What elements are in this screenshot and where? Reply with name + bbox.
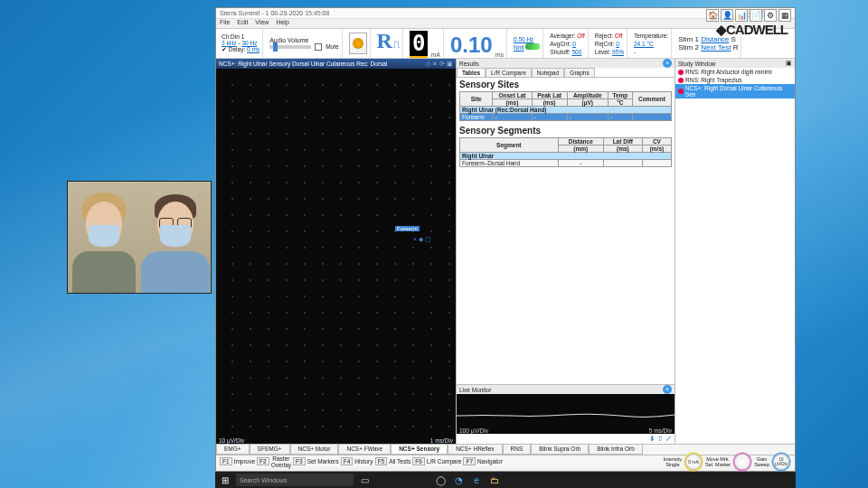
channel-label: Ch:Din 1: [222, 33, 259, 40]
sensory-sites-title: Sensory Sites: [457, 78, 675, 91]
marker-knob[interactable]: [734, 454, 750, 470]
f3-key[interactable]: F3: [293, 457, 306, 465]
sensory-segments-table: Segment Distance Lat Diff CV (mm) (ms) (…: [459, 137, 672, 167]
freq-low-link[interactable]: 3 kHz: [222, 40, 237, 46]
tab-lrcompare[interactable]: L/R Compare: [486, 68, 532, 77]
stim-rate-link[interactable]: 0.50 Hz: [514, 35, 540, 43]
tab-emg[interactable]: EMG+: [216, 445, 250, 455]
nav-expand-icon[interactable]: ⤢: [665, 435, 672, 443]
menu-help[interactable]: Help: [276, 19, 288, 28]
tab-notepad[interactable]: Notepad: [532, 68, 565, 77]
panel-collapse-icon[interactable]: ▣: [786, 60, 792, 67]
app-icon[interactable]: ◔: [451, 474, 466, 486]
marker-label[interactable]: Forearm: [395, 226, 420, 231]
trace-grid[interactable]: [216, 70, 456, 435]
nav-down-icon[interactable]: ⬇: [649, 435, 656, 443]
next-test-link[interactable]: Next Test: [701, 43, 731, 52]
start-button[interactable]: ⊞: [218, 474, 232, 486]
participant: [68, 182, 139, 293]
intensity-knob[interactable]: 0 mA: [685, 454, 702, 470]
brand-logo: ◆CADWELL: [716, 22, 791, 38]
f1-key[interactable]: F1: [220, 457, 232, 465]
status-dot-icon: [678, 89, 684, 94]
gain-knob[interactable]: 10 µV/Div: [773, 454, 789, 470]
study-item[interactable]: RNS: Right Trapezius: [675, 76, 795, 84]
window-title: Sierra Summit - 1 06-28-2020 15:45:08: [220, 10, 329, 16]
table-row[interactable]: Forearm–Dorsal Hand-: [460, 160, 672, 167]
f5-key[interactable]: F5: [375, 457, 388, 465]
function-key-row: F1Improve F2RasterOverlay F3Set Markers …: [216, 455, 795, 467]
study-item[interactable]: RNS: Right Abductor digiti minimi: [675, 68, 795, 76]
template-icon[interactable]: 📄: [750, 9, 762, 22]
f4-key[interactable]: F4: [341, 457, 354, 465]
live-monitor: Live Monitor× 100 µV/Div5 ms/Div ⬇⇧⤢: [457, 384, 675, 444]
app-window: Sierra Summit - 1 06-28-2020 15:45:08 — …: [215, 7, 796, 472]
audio-volume-label: Audio Volume: [269, 37, 338, 43]
user-icon[interactable]: 👤: [721, 9, 733, 22]
live-trace[interactable]: 100 µV/Div5 ms/Div: [457, 394, 675, 434]
tab-blink-infra[interactable]: Blink Infra Orb: [589, 445, 643, 455]
menu-file[interactable]: File: [220, 19, 230, 28]
trace-xscale: 1 ms/Div: [430, 437, 453, 444]
audio-volume-slider[interactable]: [269, 45, 311, 49]
f2-key[interactable]: F2: [257, 457, 269, 465]
f7-key[interactable]: F7: [463, 457, 476, 465]
nav-up-icon[interactable]: ⇧: [657, 435, 664, 443]
test-type-tabs: EMG+ SFEMG+ NCS+ Motor NCS+ FWave NCS+ S…: [216, 444, 795, 455]
participant: [139, 182, 211, 293]
study-item[interactable]: NCS+: Right Dorsal Ulnar Cutaneous Sen: [675, 84, 795, 99]
windows-taskbar: ⊞ Search Windows ▭ ◯ ◔ e 🗀: [215, 472, 796, 488]
menu-edit[interactable]: Edit: [237, 19, 248, 28]
task-view-icon[interactable]: ▭: [357, 474, 372, 486]
results-panel: Results× Tables L/R Compare Notepad Grap…: [456, 59, 675, 444]
side-indicator: R: [377, 29, 392, 53]
sensory-segments-title: Sensory Segments: [457, 124, 675, 137]
toolbar: Ch:Din 1 3 kHz - 30 Hz ✔ Delay: 0 ms Aud…: [216, 28, 795, 59]
status-dot-icon: [678, 70, 684, 75]
trace-title: NCS+: Right Ulnar Sensory Dorsal Ulnar C…: [219, 61, 387, 67]
disk-icon[interactable]: [349, 33, 367, 54]
table-row[interactable]: Right Ulnar: [460, 153, 672, 160]
tab-ncs-fwave[interactable]: NCS+ FWave: [338, 445, 391, 455]
search-input[interactable]: Search Windows: [236, 474, 354, 486]
tab-ncs-motor[interactable]: NCS+ Motor: [290, 445, 339, 455]
tab-sfemg[interactable]: SFEMG+: [250, 445, 290, 455]
table-row[interactable]: Forearm----: [460, 114, 672, 121]
menu-view[interactable]: View: [255, 19, 269, 28]
grid-icon[interactable]: ▦: [778, 9, 791, 22]
status-dot-icon: [678, 78, 684, 83]
mute-checkbox[interactable]: [315, 43, 322, 51]
chart-icon[interactable]: 📊: [735, 9, 748, 22]
tab-graphs[interactable]: Graphs: [564, 68, 594, 77]
marker-handles[interactable]: × ◆ ▢: [413, 236, 431, 243]
duration-display: 0.10: [450, 33, 493, 58]
settings-icon[interactable]: ⚙: [764, 9, 777, 22]
video-overlay: [67, 181, 212, 294]
tab-rns[interactable]: RNS: [503, 445, 532, 455]
trace-panel: NCS+: Right Ulnar Sensory Dorsal Ulnar C…: [216, 59, 456, 444]
home-icon[interactable]: 🏠: [706, 9, 719, 22]
freq-high-link[interactable]: 30 Hz: [241, 40, 257, 46]
study-panel: Study Window▣ RNS: Right Abductor digiti…: [675, 59, 795, 444]
trace-yscale: 10 µV/Div: [219, 437, 244, 444]
tab-ncs-sensory[interactable]: NCS+ Sensory: [391, 445, 448, 455]
explorer-icon[interactable]: 🗀: [487, 474, 502, 486]
table-row[interactable]: Right Ulnar (Rec:Dorsal Hand): [460, 107, 672, 114]
live-pin-icon[interactable]: ×: [663, 385, 672, 394]
tab-ncs-hreflex[interactable]: NCS+ HReflex: [448, 445, 502, 455]
f6-key[interactable]: F6: [412, 457, 425, 465]
cortana-icon[interactable]: ◯: [433, 474, 448, 486]
tab-tables[interactable]: Tables: [457, 68, 486, 77]
edge-icon[interactable]: e: [469, 474, 484, 486]
tab-blink-supra[interactable]: Blink Supra Orb: [531, 445, 589, 455]
panel-pin-icon[interactable]: ×: [663, 59, 672, 68]
stim-intensity-display: 0: [410, 31, 428, 58]
sensory-sites-table: Site Onset Lat Peak Lat Amplitude Temp C…: [459, 91, 672, 121]
trace-tool-icon[interactable]: ◇: [426, 61, 430, 68]
temperature-link[interactable]: 24.1 °C: [634, 40, 668, 48]
delay-link[interactable]: 0 ms: [247, 46, 259, 52]
